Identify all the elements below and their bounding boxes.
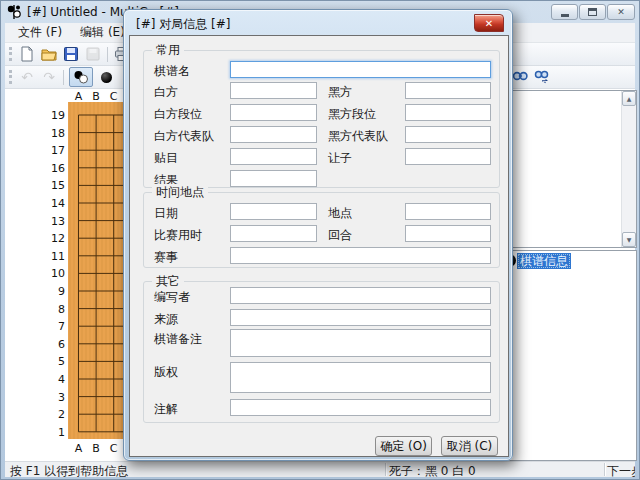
game-info-dialog: [#] 对局信息 [#] ✕ 常用 棋谱名 白方 黑方 白方段位 黑方段位 白方… bbox=[123, 9, 513, 461]
svg-text:19: 19 bbox=[51, 109, 65, 122]
scroll-down-icon[interactable]: ▼ bbox=[622, 232, 636, 247]
white-rank-input[interactable] bbox=[230, 104, 317, 121]
handicap-input[interactable] bbox=[405, 148, 491, 165]
alternate-stones-button[interactable] bbox=[69, 67, 93, 87]
app-logo-icon bbox=[6, 4, 22, 20]
source-input[interactable] bbox=[230, 309, 491, 326]
note-label: 棋谱备注 bbox=[154, 331, 202, 348]
place-input[interactable] bbox=[405, 203, 491, 220]
group-common-legend: 常用 bbox=[152, 42, 184, 59]
black-team-input[interactable] bbox=[405, 126, 491, 143]
note-textarea[interactable] bbox=[230, 329, 491, 357]
game-name-label: 棋谱名 bbox=[154, 63, 190, 80]
find-icon[interactable] bbox=[511, 68, 529, 86]
svg-text:9: 9 bbox=[58, 285, 65, 298]
svg-text:B: B bbox=[92, 442, 100, 455]
ok-button[interactable]: 确定 (O) bbox=[375, 436, 432, 456]
svg-text:17: 17 bbox=[51, 144, 65, 157]
black-rank-label: 黑方段位 bbox=[328, 106, 376, 123]
group-common: 常用 棋谱名 白方 黑方 白方段位 黑方段位 白方代表队 黑方代表队 贴目 让子 bbox=[143, 50, 500, 188]
svg-text:2: 2 bbox=[58, 408, 65, 421]
minimize-icon bbox=[561, 14, 569, 17]
close-icon: ✕ bbox=[617, 8, 625, 17]
white-rank-label: 白方段位 bbox=[154, 106, 202, 123]
black-rank-input[interactable] bbox=[405, 104, 491, 121]
white-input[interactable] bbox=[230, 82, 317, 99]
maximize-button[interactable] bbox=[579, 4, 606, 20]
time-used-label: 比赛用时 bbox=[154, 227, 202, 244]
game-name-input[interactable] bbox=[230, 61, 491, 78]
annotation-input[interactable] bbox=[230, 399, 491, 416]
toolbar-separator bbox=[63, 70, 64, 85]
komi-input[interactable] bbox=[230, 148, 317, 165]
toolbar-drag-handle[interactable] bbox=[9, 47, 12, 61]
menu-file[interactable]: 文件 (F) bbox=[9, 22, 71, 43]
tree-node-selected[interactable]: 棋谱信息 bbox=[517, 253, 571, 269]
save-icon[interactable] bbox=[62, 45, 80, 63]
multigo-window: [#] Untitled - MultiGo [#] ✕ 文件 (F) 编辑 (… bbox=[0, 0, 640, 480]
comment-scrollbar[interactable]: ▲ ▼ bbox=[621, 91, 636, 247]
svg-text:7: 7 bbox=[58, 320, 65, 333]
go-board-grid[interactable]: ABCABC19181716151413121110987654321 bbox=[1, 89, 141, 463]
undo-icon[interactable]: ↶ bbox=[18, 68, 36, 86]
svg-text:C: C bbox=[110, 90, 118, 103]
game-tree-panel[interactable]: 棋谱信息 bbox=[504, 250, 637, 461]
copyright-textarea[interactable] bbox=[230, 362, 491, 393]
svg-text:12: 12 bbox=[51, 232, 65, 245]
dialog-close-button[interactable]: ✕ bbox=[474, 14, 504, 32]
svg-text:11: 11 bbox=[51, 250, 65, 263]
writer-label: 编写者 bbox=[154, 289, 190, 306]
svg-text:C: C bbox=[110, 442, 118, 455]
event-label: 赛事 bbox=[154, 249, 178, 266]
white-team-input[interactable] bbox=[230, 126, 317, 143]
svg-text:1: 1 bbox=[58, 426, 65, 439]
redo-icon[interactable]: ↷ bbox=[40, 68, 58, 86]
status-captures-text: 死子：黑 0 白 0 bbox=[389, 463, 476, 477]
svg-text:15: 15 bbox=[51, 179, 65, 192]
writer-input[interactable] bbox=[230, 287, 491, 304]
toolbar-drag-handle[interactable] bbox=[9, 70, 12, 84]
new-file-icon[interactable] bbox=[18, 45, 36, 63]
komi-label: 贴目 bbox=[154, 150, 178, 167]
group-other: 其它 编写者 来源 棋谱备注 版权 注解 bbox=[143, 281, 500, 423]
open-folder-icon[interactable] bbox=[40, 45, 58, 63]
status-help-text: 按 F1 以得到帮助信息 bbox=[10, 463, 128, 477]
svg-text:8: 8 bbox=[58, 303, 65, 316]
toolbar-separator bbox=[107, 47, 108, 62]
round-input[interactable] bbox=[405, 225, 491, 242]
minimize-button[interactable] bbox=[551, 4, 578, 20]
dialog-title: [#] 对局信息 [#] bbox=[136, 16, 230, 33]
cancel-button[interactable]: 取消 (C) bbox=[441, 436, 498, 456]
group-other-legend: 其它 bbox=[152, 273, 184, 290]
find-next-icon[interactable] bbox=[533, 68, 551, 86]
svg-text:3: 3 bbox=[58, 391, 65, 404]
svg-text:10: 10 bbox=[51, 267, 65, 280]
scroll-up-icon[interactable]: ▲ bbox=[622, 91, 636, 106]
save-all-icon[interactable] bbox=[84, 45, 102, 63]
svg-text:5: 5 bbox=[58, 355, 65, 368]
group-time-place: 时间地点 日期 地点 比赛用时 回合 赛事 bbox=[143, 192, 500, 268]
comment-panel[interactable]: ▲ ▼ bbox=[504, 90, 637, 248]
dialog-body: 常用 棋谱名 白方 黑方 白方段位 黑方段位 白方代表队 黑方代表队 贴目 让子 bbox=[129, 35, 509, 457]
event-input[interactable] bbox=[230, 247, 491, 264]
svg-text:A: A bbox=[75, 442, 83, 455]
black-stone-button[interactable] bbox=[97, 68, 115, 86]
svg-text:4: 4 bbox=[58, 373, 65, 386]
black-team-label: 黑方代表队 bbox=[328, 128, 388, 145]
svg-text:B: B bbox=[92, 90, 100, 103]
black-input[interactable] bbox=[405, 82, 491, 99]
source-label: 来源 bbox=[154, 311, 178, 328]
svg-text:A: A bbox=[75, 90, 83, 103]
status-next-move-text: 下一步：黑 bbox=[607, 463, 635, 477]
maximize-icon bbox=[588, 8, 597, 16]
time-used-input[interactable] bbox=[230, 225, 317, 242]
svg-text:13: 13 bbox=[51, 215, 65, 228]
result-input[interactable] bbox=[230, 170, 317, 187]
window-close-button[interactable]: ✕ bbox=[607, 4, 635, 20]
white-team-label: 白方代表队 bbox=[154, 128, 214, 145]
date-input[interactable] bbox=[230, 203, 317, 220]
place-label: 地点 bbox=[328, 205, 352, 222]
copyright-label: 版权 bbox=[154, 364, 178, 381]
status-bar: 按 F1 以得到帮助信息 死子：黑 0 白 0 下一步：黑 bbox=[5, 461, 635, 477]
svg-text:16: 16 bbox=[51, 162, 65, 175]
